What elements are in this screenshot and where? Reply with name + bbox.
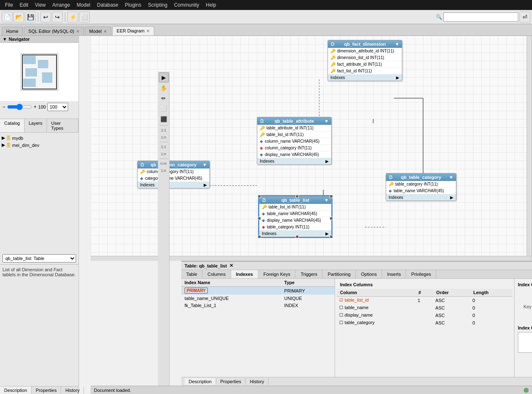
new-button[interactable]: 📄 [2, 12, 12, 22]
bp-status-tab-description[interactable]: Description [185, 378, 216, 385]
menu-help[interactable]: Help [202, 1, 219, 9]
bp-tab-indexes[interactable]: Indexes [231, 270, 259, 278]
menu-view[interactable]: View [32, 1, 49, 9]
nm-relation-button[interactable]: n:m [159, 160, 168, 167]
diagram-hscroll[interactable] [91, 256, 532, 261]
schema-mei-dim-dev[interactable]: ▶ 🗄 mei_dim_dev [2, 141, 77, 149]
index-col-check-0[interactable]: ☑ table_list_id [337, 297, 415, 304]
1n-nonid-relation-button[interactable]: 1:n [160, 167, 167, 174]
undo-button[interactable]: ↩ [40, 12, 51, 22]
execute-button[interactable]: ⚡ [67, 12, 78, 22]
eer-table-qb-table-category[interactable]: 🗋 qb_table_category ▼ 🔑table_category IN… [386, 173, 456, 201]
tab-sql-editor-close[interactable]: ✕ [76, 29, 79, 34]
select-tool-button[interactable]: ▶ [159, 72, 169, 82]
11-id-relation-button[interactable]: 1:1 [160, 144, 167, 150]
menu-file[interactable]: File [2, 1, 16, 9]
index-row-unique[interactable]: table_name_UNIQUE UNIQUE [181, 295, 335, 302]
eer-table-qb-table-list[interactable]: 🗋 qb_table_list ▼ 🔑table_list_id INT(11)… [259, 196, 332, 237]
tab-home[interactable]: Home [2, 27, 23, 35]
resize-handle-mr[interactable] [330, 217, 333, 220]
zoom-select[interactable]: 100 75 50 150 200 [47, 103, 68, 111]
eer-table-qb-fact-dimension[interactable]: 🗋 qb_fact_dimension ▼ 🔑dimension_attribu… [328, 40, 402, 81]
eer-indexes-qb-table-category[interactable]: Indexes▶ [386, 194, 456, 201]
index-row-primary[interactable]: PRIMARY PRIMARY [181, 287, 335, 295]
catalog-tab-catalog[interactable]: Catalog [0, 119, 25, 132]
resize-handle-br[interactable] [330, 235, 333, 238]
layer-tool-button[interactable]: ⬛ [159, 114, 169, 124]
bp-tab-inserts[interactable]: Inserts [382, 270, 406, 278]
tab-eer-diagram[interactable]: EER Diagram ✕ [112, 26, 154, 35]
search-input[interactable] [443, 12, 518, 22]
eer-expand-icon-2[interactable]: ▼ [324, 119, 329, 124]
diagram-vscroll[interactable] [527, 36, 532, 256]
index-row-fk[interactable]: fk_Table_List_1 INDEX [181, 302, 335, 309]
menu-database[interactable]: Database [94, 1, 121, 9]
bp-tab-columns[interactable]: Columns [202, 270, 231, 278]
bp-tab-options[interactable]: Options [356, 270, 382, 278]
sidebar-tab-description[interactable]: Description [0, 387, 32, 394]
menu-edit[interactable]: Edit [16, 1, 32, 9]
tab-sql-editor[interactable]: SQL Editor (MySQL-0) ✕ [24, 27, 84, 35]
bp-tab-privileges[interactable]: Privileges [406, 270, 436, 278]
resize-handle-bl[interactable] [258, 235, 261, 238]
resize-handle-ml[interactable] [258, 217, 261, 220]
zoom-slider[interactable] [7, 104, 32, 110]
eer-table-qb-column-category[interactable]: 🗋 qb_column_category ▼ 🔑column_category … [137, 161, 210, 188]
bp-tab-foreign-keys[interactable]: Foreign Keys [259, 270, 296, 278]
resize-handle-bm[interactable] [296, 235, 299, 238]
menu-plugins[interactable]: Plugins [122, 1, 145, 9]
redo-button[interactable]: ↪ [52, 12, 63, 22]
eer-indexes-qb-table-attribute[interactable]: Indexes▶ [257, 158, 331, 164]
opt-textarea-comment[interactable] [518, 332, 532, 353]
bp-tab-triggers[interactable]: Triggers [296, 270, 323, 278]
eer-indexes-qb-column-category[interactable]: Indexes▶ [138, 182, 209, 188]
tab-model-close[interactable]: ✕ [103, 29, 107, 34]
1n-id-relation-button[interactable]: 1:n [160, 151, 167, 157]
open-button[interactable]: 📂 [13, 12, 24, 22]
view-tool-button[interactable]: ⬜ [159, 104, 169, 114]
schema-mydb[interactable]: ▶ 🗄 mydb [2, 134, 77, 141]
eer-expand-icon-4[interactable]: ▼ [324, 198, 329, 203]
1n-relation-button[interactable]: 1:n [160, 134, 167, 141]
bottom-panel-close-icon[interactable]: ✕ [229, 263, 233, 268]
resize-handle-tm[interactable] [296, 195, 299, 198]
hand-tool-button[interactable]: ✋ [159, 83, 169, 93]
eraser-tool-button[interactable]: ✏ [159, 93, 169, 103]
index-col-check-2[interactable]: ☐ display_name [337, 312, 415, 319]
index-col-check-1[interactable]: ☐ table_name [337, 304, 415, 312]
catalog-tab-layers[interactable]: Layers [25, 119, 47, 132]
tab-eer-diagram-close[interactable]: ✕ [146, 29, 150, 33]
schema-select-dropdown[interactable]: qb_table_list: Table [2, 254, 76, 263]
index-col-row-3[interactable]: ☐ table_category ASC 0 [337, 319, 512, 327]
sidebar-tab-properties[interactable]: Properties [32, 387, 61, 394]
zoom-out-button[interactable]: − [2, 104, 5, 110]
index-col-check-3[interactable]: ☐ table_category [337, 319, 415, 327]
search-submit-button[interactable]: ⏎ [520, 12, 530, 22]
eer-expand-icon[interactable]: ▼ [395, 42, 399, 47]
menu-arrange[interactable]: Arrange [49, 1, 74, 9]
menu-community[interactable]: Community [171, 1, 203, 9]
11-relation-button[interactable]: 1:1 [160, 127, 167, 134]
eer-indexes-qb-fact-dimension[interactable]: Indexes▶ [328, 74, 402, 81]
resize-handle-tr[interactable] [330, 195, 333, 198]
index-col-row-2[interactable]: ☐ display_name ASC 0 [337, 312, 512, 319]
eer-table-qb-table-attribute[interactable]: 🗋 qb_table_attribute ▼ 🔑table_attribute_… [257, 117, 332, 165]
save-button[interactable]: 💾 [25, 12, 36, 22]
index-col-row-0[interactable]: ☑ table_list_id 1 ASC 0 [337, 297, 512, 304]
bp-status-tab-properties[interactable]: Properties [216, 378, 246, 385]
resize-handle-tl[interactable] [258, 195, 261, 198]
bp-status-tab-history[interactable]: History [246, 378, 268, 385]
zoom-in-button[interactable]: + [34, 104, 37, 110]
eer-expand-icon-3[interactable]: ▼ [202, 162, 207, 167]
tab-model[interactable]: Model ✕ [85, 27, 111, 35]
eer-expand-icon-5[interactable]: ▼ [449, 175, 453, 180]
bp-tab-table[interactable]: Table [181, 270, 202, 278]
index-col-row-1[interactable]: ☐ table_name ASC 0 [337, 304, 512, 312]
bp-tab-partitioning[interactable]: Partitioning [323, 270, 356, 278]
stop-button[interactable]: ⬜ [79, 12, 90, 22]
navigator-header[interactable]: ▼ Navigator [0, 36, 79, 43]
diagram-area[interactable]: 🗋 qb_fact_dimension ▼ 🔑dimension_attribu… [91, 36, 532, 261]
sidebar-tab-history[interactable]: History [61, 387, 84, 394]
menu-scripting[interactable]: Scripting [145, 1, 171, 9]
menu-model[interactable]: Model [74, 1, 94, 9]
